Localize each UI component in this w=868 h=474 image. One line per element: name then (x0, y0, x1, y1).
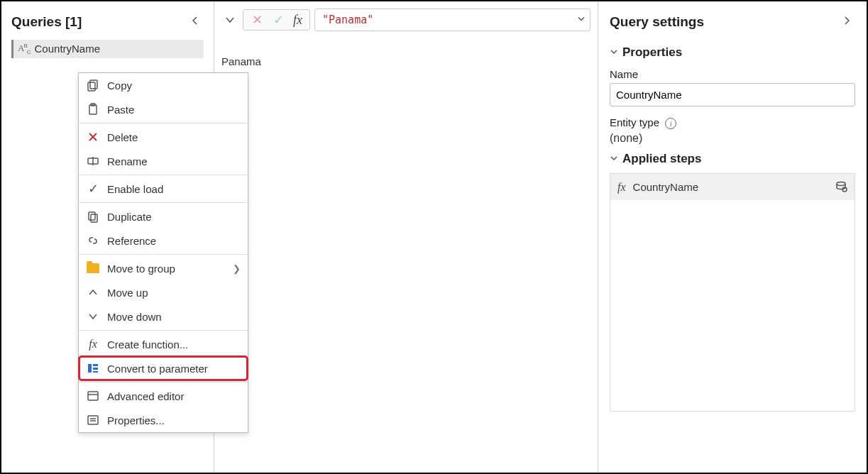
menu-separator (79, 123, 248, 123)
menu-delete[interactable]: Delete (79, 125, 248, 149)
menu-label: Delete (107, 131, 138, 143)
query-settings-pane: Query settings Properties Name Entity ty… (598, 1, 867, 473)
query-item-countryname[interactable]: ABC CountryName (11, 40, 204, 58)
menu-label: Copy (107, 79, 132, 92)
svg-rect-7 (91, 214, 97, 222)
applied-steps-list: fx CountryName (610, 173, 855, 412)
main-pane: ✕ ✓ fx "Panama" Panama (214, 1, 598, 473)
formula-bar: ✕ ✓ fx "Panama" (214, 1, 598, 38)
entity-type-value: (none) (610, 132, 855, 145)
name-label: Name (610, 68, 855, 80)
formula-input[interactable]: "Panama" (314, 9, 590, 31)
menu-label: Properties... (107, 414, 165, 426)
svg-rect-0 (90, 80, 97, 89)
menu-paste[interactable]: Paste (79, 97, 248, 121)
properties-toggle[interactable]: Properties (610, 43, 855, 62)
menu-label: Create function... (107, 338, 188, 351)
settings-title: Query settings (610, 14, 704, 30)
svg-rect-1 (88, 82, 95, 91)
menu-separator (79, 382, 248, 382)
menu-properties[interactable]: Properties... (79, 408, 248, 432)
menu-duplicate[interactable]: Duplicate (79, 204, 248, 228)
fx-icon: fx (617, 181, 626, 194)
menu-label: Enable load (107, 183, 163, 195)
advanced-editor-icon (86, 389, 100, 403)
formula-confirm-button[interactable]: ✓ (269, 11, 287, 28)
menu-separator (79, 175, 248, 175)
menu-move-down[interactable]: Move down (79, 304, 248, 329)
menu-enable-load[interactable]: ✓ Enable load (79, 177, 248, 201)
section-title: Properties (622, 45, 682, 60)
menu-label: Advanced editor (107, 390, 184, 402)
formula-expand-button[interactable] (577, 15, 586, 26)
parameter-icon (86, 361, 100, 375)
menu-label: Reference (107, 235, 156, 247)
folder-icon (86, 261, 100, 275)
step-settings-icon[interactable] (835, 180, 847, 194)
chevron-right-icon: ❯ (233, 263, 241, 274)
menu-label: Rename (107, 155, 148, 167)
menu-separator (79, 254, 248, 255)
applied-steps-toggle[interactable]: Applied steps (610, 149, 855, 169)
applied-step-item[interactable]: fx CountryName (610, 174, 855, 200)
menu-label: Convert to parameter (107, 363, 208, 375)
properties-section: Properties Name Entity type i (none) (610, 43, 855, 145)
delete-icon (86, 130, 100, 144)
svg-rect-10 (93, 368, 98, 370)
properties-icon (86, 413, 100, 427)
menu-label: Move down (107, 311, 162, 323)
formula-bar-toggle[interactable] (221, 11, 238, 28)
menu-convert-to-parameter[interactable]: Convert to parameter (79, 356, 248, 380)
queries-title: Queries [1] (11, 14, 82, 30)
menu-copy[interactable]: Copy (79, 73, 248, 97)
menu-label: Move to group (107, 263, 175, 275)
menu-move-up[interactable]: Move up (79, 280, 248, 304)
rename-icon (86, 154, 100, 168)
query-name-input[interactable] (610, 83, 855, 106)
menu-move-to-group[interactable]: Move to group ❯ (79, 256, 248, 280)
svg-rect-9 (93, 364, 98, 366)
fx-icon: fx (290, 13, 305, 28)
collapse-settings-button[interactable] (838, 13, 855, 31)
step-label: CountryName (633, 181, 699, 193)
reference-icon (86, 233, 100, 248)
collapse-queries-button[interactable] (187, 13, 204, 31)
info-icon[interactable]: i (665, 118, 676, 129)
copy-icon (86, 78, 100, 92)
formula-bar-actions: ✕ ✓ fx (243, 9, 310, 31)
menu-separator (79, 330, 248, 331)
text-type-icon: ABC (18, 43, 31, 55)
move-down-icon (86, 309, 100, 324)
section-title: Applied steps (622, 152, 701, 166)
menu-separator (79, 202, 248, 203)
applied-steps-section: Applied steps fx CountryName (610, 149, 855, 412)
menu-advanced-editor[interactable]: Advanced editor (79, 384, 248, 408)
duplicate-icon (86, 209, 100, 224)
svg-rect-12 (88, 392, 98, 400)
move-up-icon (86, 285, 100, 299)
svg-rect-14 (88, 416, 98, 424)
fx-icon: fx (86, 337, 100, 351)
settings-header: Query settings (610, 7, 855, 38)
formula-text: "Panama" (322, 13, 373, 26)
svg-rect-11 (93, 371, 98, 373)
query-item-label: CountryName (35, 43, 101, 55)
menu-rename[interactable]: Rename (79, 149, 248, 173)
queries-header: Queries [1] (11, 7, 204, 40)
check-icon: ✓ (86, 182, 100, 196)
preview-value: Panama (214, 38, 598, 84)
menu-create-function[interactable]: fx Create function... (79, 332, 248, 356)
menu-label: Move up (107, 287, 148, 299)
formula-cancel-button[interactable]: ✕ (248, 11, 266, 28)
menu-reference[interactable]: Reference (79, 228, 248, 253)
chevron-left-icon (191, 16, 199, 26)
svg-point-17 (837, 182, 845, 186)
chevron-down-icon (610, 47, 618, 58)
chevron-right-icon (842, 16, 851, 26)
svg-rect-2 (89, 105, 97, 114)
paste-icon (86, 102, 100, 116)
entity-type-label: Entity type i (610, 116, 855, 129)
svg-rect-8 (88, 364, 92, 373)
chevron-down-icon (610, 153, 618, 165)
entity-label-text: Entity type (610, 116, 659, 128)
